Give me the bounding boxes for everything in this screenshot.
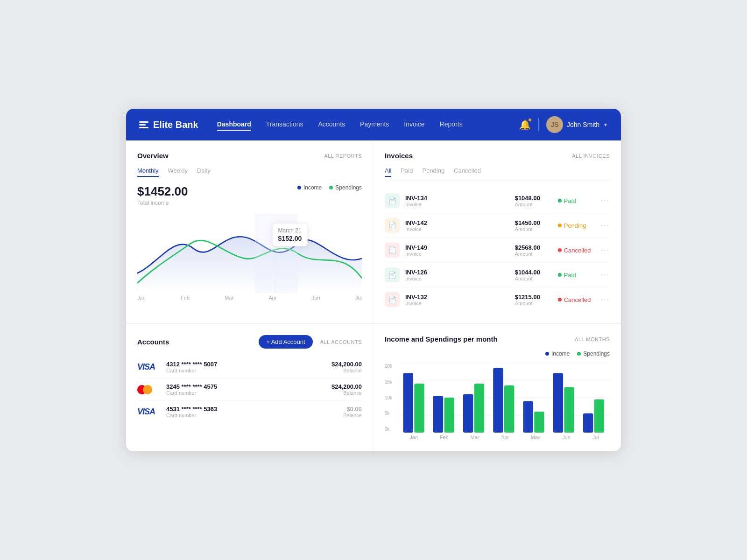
nav-payments[interactable]: Payments xyxy=(360,119,389,131)
invoice-amount: $1044.00 xyxy=(515,269,552,276)
user-menu[interactable]: JS John Smith ▼ xyxy=(546,116,608,133)
card-balance-col: $24,200.00 Balance xyxy=(331,361,362,373)
status-label: Cancelled xyxy=(564,247,591,254)
invoice-id-col: INV-149 Invoice xyxy=(405,244,509,257)
tooltip-value: $152.00 xyxy=(278,235,302,242)
inv-tab-pending[interactable]: Pending xyxy=(422,167,444,177)
accounts-header: Accounts + Add Account ALL ACCOUNTS xyxy=(137,335,362,349)
tab-daily[interactable]: Daily xyxy=(197,167,211,177)
nav-accounts[interactable]: Accounts xyxy=(318,119,345,131)
invoice-more-button[interactable]: ··· xyxy=(601,271,610,279)
bar-x-labels: Jan Feb Mar Apr May Jun Jul xyxy=(385,434,610,440)
chevron-down-icon: ▼ xyxy=(603,122,608,127)
bar-chart-svg xyxy=(399,363,610,433)
y-label-5k: 5k xyxy=(385,411,398,416)
invoices-header: Invoices ALL INVOICES xyxy=(385,152,610,160)
legend-income-bar-label: Income xyxy=(551,350,570,357)
invoice-number: INV-132 xyxy=(405,294,509,301)
invoice-sublabel: Invoice xyxy=(405,251,509,257)
overview-panel: Overview ALL REPORTS Monthly Weekly Dail… xyxy=(126,140,374,323)
all-reports-link[interactable]: ALL REPORTS xyxy=(324,153,362,159)
legend-spendings: Spendings xyxy=(329,184,362,191)
invoices-panel: Invoices ALL INVOICES All Paid Pending C… xyxy=(374,140,621,323)
bar-chart-area: 20k 15k 10k 5k 0k xyxy=(385,363,610,433)
notification-bell[interactable]: 🔔 xyxy=(519,119,531,130)
app-container: Elite Bank Dashboard Transactions Accoun… xyxy=(126,109,621,451)
visa-logo: VISA xyxy=(137,362,160,372)
tab-monthly[interactable]: Monthly xyxy=(137,167,159,177)
invoice-status: Pending xyxy=(558,222,595,229)
bar-feb-spendings xyxy=(444,398,454,433)
inv-tab-all[interactable]: All xyxy=(385,167,391,177)
total-label: Total income xyxy=(137,200,188,206)
bar-chart-header: Income and Spendings per month ALL MONTH… xyxy=(385,335,610,343)
invoice-amount-col: $2568.00 Amount xyxy=(515,244,552,257)
x-label-feb: Feb xyxy=(440,434,449,440)
list-item: VISA 4312 **** **** 5007 Card number $24… xyxy=(137,356,362,378)
invoice-amount: $2568.00 xyxy=(515,244,552,251)
all-months-link[interactable]: ALL MONTHS xyxy=(575,336,610,342)
bottom-panels: Accounts + Add Account ALL ACCOUNTS VISA… xyxy=(126,323,621,451)
chart-x-labels: Jan Feb Mar Apr Jun Jul xyxy=(137,295,362,301)
total-income: $1452.00 Total income xyxy=(137,184,188,206)
invoice-status: Cancelled xyxy=(558,247,595,254)
bar-jan-spendings xyxy=(414,384,424,433)
line-chart-svg xyxy=(137,214,362,293)
invoice-sublabel: Invoice xyxy=(405,276,509,281)
invoice-more-button[interactable]: ··· xyxy=(601,295,610,304)
invoice-amount-col: $1450.00 Amount xyxy=(515,219,552,232)
invoice-more-button[interactable]: ··· xyxy=(601,196,610,205)
x-label-jun: Jun xyxy=(562,434,571,440)
card-balance: $24,200.00 xyxy=(331,383,362,390)
invoice-more-button[interactable]: ··· xyxy=(601,246,610,254)
table-row: 📄 INV-149 Invoice $2568.00 Amount Cancel… xyxy=(385,238,610,263)
bar-jul-income xyxy=(583,413,593,433)
navbar: Elite Bank Dashboard Transactions Accoun… xyxy=(126,109,621,140)
card-balance-col: $0.00 Balance xyxy=(343,406,362,418)
status-label: Paid xyxy=(564,272,576,279)
inv-tab-paid[interactable]: Paid xyxy=(401,167,413,177)
x-label-jun: Jun xyxy=(312,295,320,301)
mastercard-logo xyxy=(137,385,160,394)
invoice-icon: 📄 xyxy=(385,267,400,282)
bar-chart-panel: Income and Spendings per month ALL MONTH… xyxy=(374,324,621,451)
x-label-jan: Jan xyxy=(137,295,146,301)
bar-jan-income xyxy=(403,373,413,433)
inv-tab-cancelled[interactable]: Cancelled xyxy=(454,167,481,177)
invoice-amount: $1215.00 xyxy=(515,294,552,301)
chart-legend: Income Spendings xyxy=(297,184,362,191)
nav-dashboard[interactable]: Dashboard xyxy=(217,119,251,131)
table-row: 📄 INV-142 Invoice $1450.00 Amount Pendin… xyxy=(385,213,610,238)
table-row: 📄 INV-134 Invoice $1048.00 Amount Paid ·… xyxy=(385,189,610,213)
invoice-amount-col: $1215.00 Amount xyxy=(515,294,552,306)
nav-reports[interactable]: Reports xyxy=(440,119,463,131)
all-invoices-link[interactable]: ALL INVOICES xyxy=(572,153,610,159)
legend-spendings-bar: Spendings xyxy=(577,350,610,357)
invoice-sublabel: Invoice xyxy=(405,301,509,306)
bar-apr-spendings xyxy=(504,385,514,433)
invoice-more-button[interactable]: ··· xyxy=(601,221,610,230)
card-balance: $24,200.00 xyxy=(331,361,362,368)
all-accounts-link[interactable]: ALL ACCOUNTS xyxy=(320,339,362,345)
list-item: 3245 **** **** 4575 Card number $24,200.… xyxy=(137,378,362,401)
invoice-amount: $1450.00 xyxy=(515,219,552,226)
brand: Elite Bank xyxy=(139,119,198,130)
invoice-icon: 📄 xyxy=(385,243,400,258)
nav-transactions[interactable]: Transactions xyxy=(266,119,303,131)
bar-mar-income xyxy=(463,394,473,433)
tab-weekly[interactable]: Weekly xyxy=(168,167,188,177)
nav-invoice[interactable]: Invoice xyxy=(404,119,424,131)
card-sublabel: Card number xyxy=(166,413,337,418)
y-label-10k: 10k xyxy=(385,395,398,400)
invoice-tabs: All Paid Pending Cancelled xyxy=(385,167,610,181)
card-sublabel: Card number xyxy=(166,390,325,396)
x-label-apr: Apr xyxy=(501,434,509,440)
status-dot xyxy=(558,298,562,301)
invoice-amount-label: Amount xyxy=(515,276,552,281)
add-account-button[interactable]: + Add Account xyxy=(259,335,312,349)
invoice-amount-col: $1044.00 Amount xyxy=(515,269,552,281)
legend-income: Income xyxy=(297,184,322,191)
y-label-20k: 20k xyxy=(385,364,398,369)
mc-right-circle xyxy=(143,385,152,394)
invoice-amount-col: $1048.00 Amount xyxy=(515,195,552,207)
